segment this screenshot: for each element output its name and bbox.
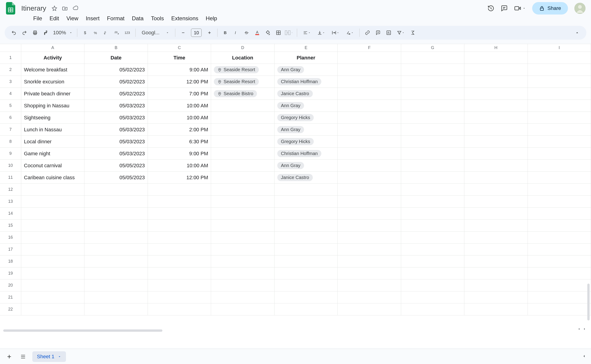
row-header[interactable]: 9 xyxy=(0,148,21,159)
cell[interactable]: 10:00 AM xyxy=(148,100,211,111)
row-header[interactable]: 4 xyxy=(0,88,21,99)
planner-chip[interactable]: Christian Hoffman xyxy=(277,78,322,85)
cell[interactable] xyxy=(464,184,528,195)
cell[interactable] xyxy=(84,292,148,303)
comment-icon[interactable] xyxy=(501,5,508,12)
menu-edit[interactable]: Edit xyxy=(46,14,62,23)
cell[interactable] xyxy=(338,267,401,279)
cell[interactable] xyxy=(211,232,274,243)
cell[interactable] xyxy=(148,195,211,207)
cell[interactable] xyxy=(401,172,464,183)
cell[interactable] xyxy=(464,112,528,124)
cell[interactable] xyxy=(401,160,464,171)
text-wrap-icon[interactable] xyxy=(329,28,342,38)
col-header-B[interactable]: B xyxy=(84,44,148,52)
account-avatar[interactable] xyxy=(574,3,585,14)
cell[interactable] xyxy=(401,255,464,267)
cell[interactable] xyxy=(84,255,148,267)
cell[interactable] xyxy=(84,184,148,195)
cell[interactable] xyxy=(401,76,464,88)
cell[interactable] xyxy=(401,292,464,303)
cell[interactable] xyxy=(148,267,211,279)
row-header[interactable]: 17 xyxy=(0,244,21,255)
cell[interactable]: 10:00 AM xyxy=(148,160,211,171)
cell[interactable] xyxy=(275,267,338,279)
cell[interactable] xyxy=(275,292,338,303)
cell[interactable]: Local dinner xyxy=(21,136,84,147)
cell[interactable] xyxy=(338,76,401,88)
cell[interactable] xyxy=(275,255,338,267)
cell[interactable] xyxy=(338,88,401,99)
cell[interactable] xyxy=(401,112,464,124)
cell[interactable] xyxy=(464,88,528,99)
cell[interactable] xyxy=(401,100,464,111)
cell[interactable]: 05/02/2023 xyxy=(84,76,148,88)
cell[interactable]: Sightseeing xyxy=(21,112,84,124)
all-sheets-icon[interactable] xyxy=(19,352,28,361)
cell[interactable] xyxy=(21,184,84,195)
cell[interactable] xyxy=(401,303,464,315)
row-header[interactable]: 12 xyxy=(0,184,21,195)
cell[interactable] xyxy=(211,136,274,147)
cell[interactable] xyxy=(528,267,591,279)
cell[interactable] xyxy=(401,244,464,255)
print-icon[interactable] xyxy=(30,28,40,38)
cell[interactable]: Ann Gray xyxy=(275,100,338,111)
cell[interactable]: 6:30 PM xyxy=(148,136,211,147)
add-sheet-icon[interactable] xyxy=(5,352,14,361)
cell[interactable] xyxy=(148,208,211,219)
cell[interactable] xyxy=(464,303,528,315)
row-header[interactable]: 20 xyxy=(0,280,21,291)
cell[interactable]: 05/05/2023 xyxy=(84,172,148,183)
cell[interactable]: 05/05/2023 xyxy=(84,160,148,171)
planner-chip[interactable]: Ann Gray xyxy=(277,66,304,73)
cell[interactable] xyxy=(528,255,591,267)
menu-tools[interactable]: Tools xyxy=(148,14,167,23)
font-size-input[interactable]: 10 xyxy=(191,29,201,37)
row-header[interactable]: 14 xyxy=(0,208,21,219)
cell[interactable] xyxy=(528,100,591,111)
cell[interactable] xyxy=(211,100,274,111)
menu-help[interactable]: Help xyxy=(202,14,220,23)
star-icon[interactable] xyxy=(51,5,58,12)
cell[interactable] xyxy=(528,280,591,291)
menu-view[interactable]: View xyxy=(63,14,82,23)
cell[interactable]: Christian Hoffman xyxy=(275,76,338,88)
cell[interactable] xyxy=(275,244,338,255)
cell[interactable]: 05/02/2023 xyxy=(84,88,148,99)
cell[interactable] xyxy=(148,255,211,267)
cell[interactable] xyxy=(401,208,464,219)
cell[interactable] xyxy=(401,124,464,136)
merge-cells-icon[interactable] xyxy=(284,28,294,38)
cell[interactable] xyxy=(464,244,528,255)
row-header[interactable]: 3 xyxy=(0,76,21,88)
row-header[interactable]: 10 xyxy=(0,160,21,171)
cell[interactable] xyxy=(528,64,591,76)
cell[interactable]: Janice Castro xyxy=(275,172,338,183)
share-button[interactable]: Share xyxy=(532,2,568,14)
cell[interactable] xyxy=(464,220,528,231)
cell[interactable] xyxy=(338,280,401,291)
redo-icon[interactable] xyxy=(19,28,30,38)
menu-file[interactable]: File xyxy=(30,14,46,23)
cell[interactable]: 10:00 AM xyxy=(148,112,211,124)
cell[interactable] xyxy=(21,220,84,231)
cell[interactable] xyxy=(464,136,528,147)
planner-chip[interactable]: Janice Castro xyxy=(277,90,313,97)
cell[interactable] xyxy=(148,232,211,243)
cell[interactable] xyxy=(338,292,401,303)
cell[interactable] xyxy=(211,184,274,195)
cell[interactable]: Lunch in Nassau xyxy=(21,124,84,136)
row-header[interactable]: 1 xyxy=(0,52,21,64)
cell[interactable] xyxy=(211,267,274,279)
cell[interactable] xyxy=(21,244,84,255)
cell[interactable] xyxy=(338,52,401,64)
strikethrough-icon[interactable]: S xyxy=(242,28,252,38)
horizontal-align-icon[interactable] xyxy=(300,28,314,38)
cell[interactable]: Snorkle excursion xyxy=(21,76,84,88)
cell[interactable] xyxy=(528,195,591,207)
cell[interactable] xyxy=(21,267,84,279)
cell[interactable]: Seaside Resort xyxy=(211,64,274,76)
text-rotation-icon[interactable] xyxy=(343,28,357,38)
cell[interactable]: Activity xyxy=(21,52,84,64)
